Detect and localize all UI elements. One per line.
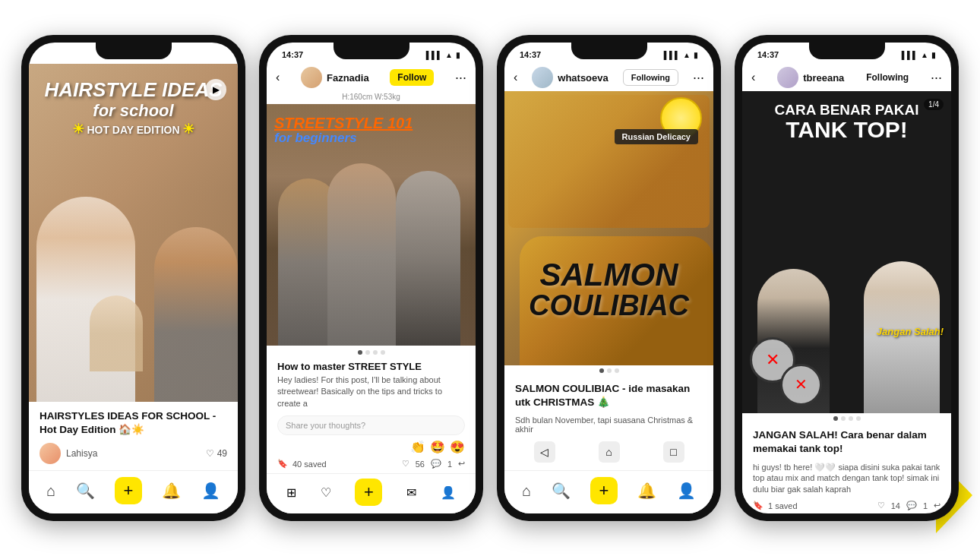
wifi-icon-4: ▲ <box>921 51 928 59</box>
phone-1-screen: 9:41 ▌▌▌ ▲ ▮ ▶ HAIRSTYLE IDEAS for schoo… <box>29 43 238 513</box>
phones-container: 9:41 ▌▌▌ ▲ ▮ ▶ HAIRSTYLE IDEAS for schoo… <box>14 20 966 536</box>
user-avatar-2[interactable] <box>301 67 322 88</box>
nav-bell[interactable]: 🔔 <box>162 482 181 500</box>
username-2: Faznadia <box>327 72 369 84</box>
salmon-title: SALMON <box>512 259 706 291</box>
phone4-dots <box>742 413 951 422</box>
phone3-bottom-nav: ⌂ 🔍 + 🔔 👤 <box>504 470 713 513</box>
nav-home-3[interactable]: ⌂ <box>522 482 531 500</box>
following-button-4[interactable]: Following <box>866 72 909 83</box>
like-count: ♡ 49 <box>206 448 227 459</box>
user-avatar-4[interactable] <box>777 67 798 88</box>
comment-icon-4[interactable]: 💬 <box>906 501 917 510</box>
emoji-3: 😍 <box>450 440 465 454</box>
phone3-image: Russian Delicacy SALMON COULIBIAC <box>504 91 713 365</box>
wifi-icon-2: ▲ <box>445 51 453 59</box>
wrong-circle-2: ✕ <box>780 364 822 406</box>
user-info-row-3: whatsoeva <box>532 67 608 88</box>
share-icon-2[interactable]: ↩ <box>458 459 465 469</box>
status-icons-4: ▌▌▌ ▲ ▮ <box>902 51 936 59</box>
post-body-3: Sdh bulan November, tapi suasana Christm… <box>515 415 703 434</box>
likes-count-2: 56 <box>416 460 425 469</box>
nav-search[interactable]: 🔍 <box>76 482 95 500</box>
user-info-row-4: tbreeana <box>777 67 844 88</box>
swipe-home[interactable]: ⌂ <box>599 441 620 463</box>
comment-icon-2[interactable]: 💬 <box>431 459 441 469</box>
phone4-info: JANGAN SALAH! Cara benar dalam memakai t… <box>742 422 951 498</box>
share-icon-4[interactable]: ↩ <box>934 501 940 510</box>
phone1-info: HAIRSTYLES IDEAS FOR SCHOOL - Hot Day Ed… <box>29 402 238 470</box>
nav-profile-3[interactable]: 👤 <box>677 482 696 500</box>
comments-4: 1 <box>923 501 928 510</box>
nav-grid-2[interactable]: ⊞ <box>286 485 296 500</box>
more-options-4[interactable]: ··· <box>931 70 942 86</box>
status-time: 9:41 <box>44 50 61 59</box>
nav-profile[interactable]: 👤 <box>201 482 220 500</box>
street-text-2: for beginners <box>274 131 468 146</box>
phone-2: 14:37 ▌▌▌ ▲ ▮ ‹ Faznadia Follow ··· H:16… <box>259 35 483 521</box>
phone1-content: ▶ HAIRSTYLE IDEAS for school ☀ HOT DAY E… <box>29 64 238 513</box>
phone3-dots <box>504 365 713 376</box>
phone-3-notch <box>571 43 647 59</box>
nav-plus-button[interactable]: + <box>115 477 142 504</box>
post-title: HAIRSTYLES IDEAS FOR SCHOOL - Hot Day Ed… <box>40 409 227 437</box>
comments-count-2: 1 <box>447 460 452 469</box>
nav-heart-2[interactable]: ♡ <box>321 485 331 500</box>
nav-plus-2[interactable]: + <box>355 479 382 506</box>
phone4-action: 🔖 1 saved ♡ 14 💬 1 ↩ <box>742 498 951 513</box>
nav-msg-2[interactable]: ✉ <box>406 485 416 500</box>
nav-home[interactable]: ⌂ <box>46 482 55 500</box>
comment-input-2[interactable]: Share your thoughts? <box>277 415 465 435</box>
more-options-3[interactable]: ··· <box>693 70 704 86</box>
russian-badge: Russian Delicacy <box>615 129 699 144</box>
phone1-bottom-nav: ⌂ 🔍 + 🔔 👤 <box>29 470 238 513</box>
swipe-back[interactable]: ◁ <box>534 441 555 463</box>
post-title-4: JANGAN SALAH! Cara benar dalam memakai t… <box>753 428 940 456</box>
play-button[interactable]: ▶ <box>205 79 226 100</box>
nav-plus-3[interactable]: + <box>590 477 618 504</box>
p4-dot-4 <box>856 416 861 421</box>
more-options-2[interactable]: ··· <box>455 70 466 86</box>
p4-dot-1 <box>833 416 838 421</box>
nav-search-3[interactable]: 🔍 <box>552 482 571 500</box>
dot-3 <box>373 350 378 355</box>
post-title-3: SALMON COULIBIAC - ide masakan utk CHRIS… <box>515 382 703 409</box>
girl-figure-2 <box>154 227 238 402</box>
user-avatar-3[interactable] <box>532 67 553 88</box>
likes-number: 49 <box>217 448 227 459</box>
phone-4-notch <box>809 43 885 59</box>
back-button-2[interactable]: ‹ <box>276 71 280 84</box>
wifi-icon-3: ▲ <box>683 51 691 59</box>
author-name: Lahisya <box>66 448 97 459</box>
swipe-square[interactable]: □ <box>663 441 684 463</box>
follow-button[interactable]: Follow <box>390 69 434 86</box>
hairstyle-edition: ☀ HOT DAY EDITION ☀ <box>29 121 238 137</box>
phone4-header: ‹ tbreeana Following ··· <box>742 64 951 91</box>
following-button-3[interactable]: Following <box>623 69 678 86</box>
phone3-header: ‹ whatsoeva Following ··· <box>504 64 713 91</box>
author-avatar[interactable] <box>40 443 61 464</box>
phone2-header: ‹ Faznadia Follow ··· <box>267 64 476 91</box>
action-left: 🔖 40 saved <box>277 459 327 469</box>
author-info: Lahisya <box>40 443 97 464</box>
phone-4-screen: 14:37 ▌▌▌ ▲ ▮ ‹ tbreeana Following ··· C <box>742 43 951 513</box>
nav-user-2[interactable]: 👤 <box>441 485 456 500</box>
signal-icon-4: ▌▌▌ <box>902 51 918 59</box>
phone-1: 9:41 ▌▌▌ ▲ ▮ ▶ HAIRSTYLE IDEAS for schoo… <box>21 35 245 521</box>
p3-dot-3 <box>615 368 619 373</box>
action-right: ♡ 56 💬 1 ↩ <box>402 459 465 469</box>
phone4-like-row: ♡ 14 💬 1 ↩ <box>877 501 940 510</box>
coulibiac-title: COULIBIAC <box>512 291 706 320</box>
bookmark-icon-4[interactable]: 🔖 <box>753 501 763 510</box>
bookmark-icon-2[interactable]: 🔖 <box>277 459 288 469</box>
girl-figure-3 <box>90 295 143 371</box>
back-button-3[interactable]: ‹ <box>514 71 517 84</box>
status-icons-3: ▌▌▌ ▲ ▮ <box>664 51 698 59</box>
heart-icon-4[interactable]: ♡ <box>877 501 885 510</box>
nav-bell-3[interactable]: 🔔 <box>637 482 656 500</box>
heart-icon-2[interactable]: ♡ <box>402 459 409 469</box>
post-author-row: Lahisya ♡ 49 <box>40 443 227 464</box>
back-button-4[interactable]: ‹ <box>751 71 755 84</box>
battery-icon-2: ▮ <box>456 51 460 59</box>
status-icons-2: ▌▌▌ ▲ ▮ <box>426 51 460 59</box>
